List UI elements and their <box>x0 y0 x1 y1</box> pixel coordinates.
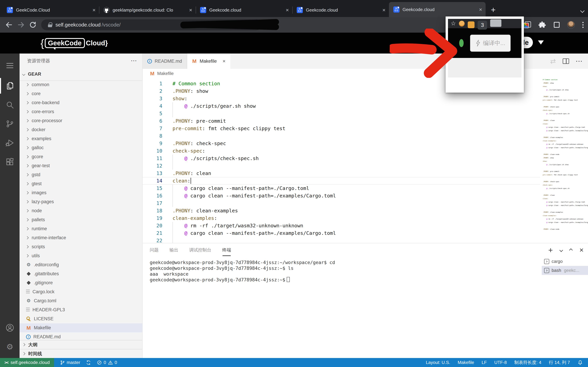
new-terminal-icon[interactable]: + <box>548 245 553 255</box>
explorer-more-actions-icon[interactable]: ··· <box>131 58 137 64</box>
sync-button[interactable] <box>86 360 91 365</box>
remote-indicator[interactable]: >< self.geekcode.cloud <box>0 358 54 367</box>
browser-menu-icon[interactable] <box>582 22 584 28</box>
tree-item-node[interactable]: node <box>20 206 142 215</box>
browser-tab-5[interactable]: G.C.CGeekcode.cloud× <box>389 2 485 17</box>
tab-close-icon[interactable]: × <box>382 7 386 13</box>
tree-item-readme-md[interactable]: iREADME.md <box>20 332 142 340</box>
tree-item-utils[interactable]: utils <box>20 251 142 260</box>
tree-item-label: .gitattributes <box>34 271 59 276</box>
workspace-section-header[interactable]: GEAR <box>20 68 142 80</box>
sidebar-section-时间线[interactable]: 时间线 <box>20 349 142 358</box>
tree-item-makefile[interactable]: MMakefile <box>20 323 142 332</box>
search-icon[interactable] <box>0 95 20 114</box>
chevron-right-icon <box>26 227 29 230</box>
account-icon[interactable] <box>0 318 20 337</box>
browser-tab-3[interactable]: G.C.CGeekcode.cloud× <box>196 3 292 17</box>
tree-item-gitignore[interactable]: .gitignore <box>20 278 142 287</box>
tree-item-common[interactable]: common <box>20 80 142 89</box>
tree-item-header-gpl3[interactable]: HEADER-GPL3 <box>20 305 142 314</box>
bell-icon <box>578 360 583 365</box>
maximize-panel-icon[interactable] <box>569 248 573 252</box>
source-control-icon[interactable] <box>0 114 20 133</box>
tree-item-gstd[interactable]: gstd <box>20 170 142 179</box>
tree-item-gtest[interactable]: gtest <box>20 179 142 188</box>
status-制表符长度-4[interactable]: 制表符长度: 4 <box>514 359 541 366</box>
code-editor[interactable]: 1# Common section2.PHONY: show3show:4 @ … <box>143 78 588 243</box>
minimap[interactable]: # Common section.PHONY: showshow: @ ./sc… <box>540 78 588 243</box>
address-bar[interactable]: self.geekcode.cloud /vscode/ <box>41 19 262 30</box>
new-tab-button[interactable]: + <box>487 4 499 16</box>
reload-button[interactable] <box>27 21 39 29</box>
browser-tab-1[interactable]: G.C.CGeekCode.Cloud× <box>2 3 99 17</box>
forward-button[interactable] <box>15 21 27 29</box>
compare-changes-icon[interactable]: ⇄ <box>550 57 556 65</box>
editor-more-actions-icon[interactable]: ··· <box>576 58 583 64</box>
close-panel-icon[interactable]: × <box>579 246 584 254</box>
explorer-icon[interactable] <box>0 76 20 95</box>
settings-gear-icon[interactable]: ⚙ <box>0 337 20 356</box>
run-debug-icon[interactable] <box>0 133 20 152</box>
split-editor-icon[interactable] <box>563 58 569 64</box>
code-text <box>168 110 588 117</box>
tree-item-scripts[interactable]: scripts <box>20 242 142 251</box>
tree-item-gitattributes[interactable]: .gitattributes <box>20 269 142 278</box>
tree-item-gear-test[interactable]: gear-test <box>20 161 142 170</box>
tab-close-icon[interactable]: × <box>92 7 96 13</box>
lock-icon[interactable] <box>48 22 52 27</box>
tree-item-cargo-toml[interactable]: ⚙Cargo.toml <box>20 296 142 305</box>
tree-item-runtime[interactable]: runtime <box>20 224 142 233</box>
tree-item-lazy-pages[interactable]: lazy-pages <box>20 197 142 206</box>
status-makefile[interactable]: Makefile <box>458 360 474 365</box>
tree-item-runtime-interface[interactable]: runtime-interface <box>20 233 142 242</box>
sidebar-section-大纲[interactable]: 大纲 <box>20 340 142 349</box>
tab-makefile[interactable]: M Makefile × <box>187 53 230 69</box>
tab-close-icon[interactable]: × <box>479 7 482 12</box>
tab-groups-icon[interactable] <box>524 21 531 28</box>
menu-hamburger-icon[interactable] <box>0 57 20 76</box>
tab-close-icon[interactable]: × <box>189 7 192 13</box>
extensions-icon[interactable] <box>0 152 20 171</box>
header-dropdown-caret-icon[interactable] <box>538 41 544 44</box>
tab-readme[interactable]: i README.md <box>143 53 187 69</box>
terminal-dropdown-icon[interactable] <box>559 248 563 252</box>
branch-indicator[interactable]: master <box>60 360 80 365</box>
tree-item-core-errors[interactable]: core-errors <box>20 107 142 116</box>
tree-item-galloc[interactable]: galloc <box>20 143 142 152</box>
tree-item-gcore[interactable]: gcore <box>20 152 142 161</box>
tree-item-core-backend[interactable]: core-backend <box>20 98 142 107</box>
browser-tab-4[interactable]: G.C.CGeekcode.cloud× <box>292 3 389 17</box>
tree-item-pallets[interactable]: pallets <box>20 215 142 224</box>
tree-item-core[interactable]: core <box>20 89 142 98</box>
panel-tab-问题[interactable]: 问题 <box>150 247 159 253</box>
tree-item-editorconfig[interactable]: ⚙.editorconfig <box>20 260 142 269</box>
extensions-puzzle-icon[interactable] <box>538 21 546 29</box>
status-lf[interactable]: LF <box>482 360 487 365</box>
tree-item-core-processor[interactable]: core-processor <box>20 116 142 125</box>
browser-tab-2[interactable]: geeklamp/geekcode.cloud: Clo× <box>99 3 196 17</box>
side-panel-icon[interactable] <box>554 22 560 28</box>
tab-close-icon[interactable]: × <box>286 7 289 13</box>
terminal-instance-bash[interactable]: bashgeekc... <box>542 266 588 275</box>
notifications-bell[interactable] <box>578 360 583 365</box>
minimap-line: # Common section <box>543 79 588 82</box>
close-tab-icon[interactable]: × <box>223 58 226 64</box>
panel-tab-调试控制台[interactable]: 调试控制台 <box>189 247 211 253</box>
tree-item-docker[interactable]: docker <box>20 125 142 134</box>
problems-indicator[interactable]: 0 0 <box>97 360 117 365</box>
panel-tab-终端[interactable]: 终端 <box>222 247 231 253</box>
status-utf-8[interactable]: UTF-8 <box>494 360 507 365</box>
panel-tab-输出[interactable]: 输出 <box>169 247 178 253</box>
status-layout-u-s[interactable]: Layout: U.S. <box>426 360 450 365</box>
tree-item-examples[interactable]: examples <box>20 134 142 143</box>
terminal-output[interactable]: geekcode@workspace-prod-3vy8jq-7d778984c… <box>143 257 542 358</box>
back-button[interactable] <box>3 21 15 29</box>
tree-item-cargo-lock[interactable]: Cargo.lock <box>20 287 142 296</box>
terminal-instance-cargo[interactable]: cargo <box>542 257 588 266</box>
tree-item-license[interactable]: LICENSE <box>20 314 142 323</box>
tree-item-images[interactable]: images <box>20 188 142 197</box>
profile-avatar[interactable] <box>567 21 575 29</box>
tab-search-chevron-icon[interactable] <box>580 8 584 13</box>
compiling-button[interactable]: 编译中... <box>470 35 510 52</box>
status-行-14-列-7[interactable]: 行 14, 列 7 <box>549 359 570 366</box>
